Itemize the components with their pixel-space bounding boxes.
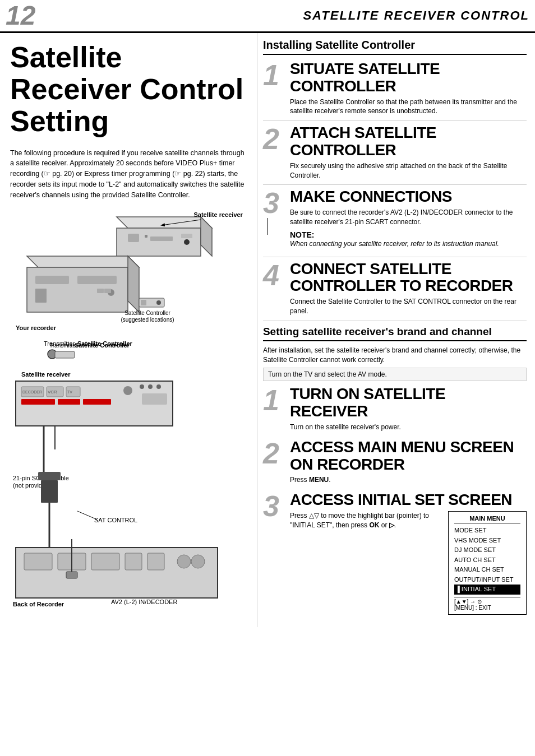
step-1-desc: Place the Satellite Controller so that t… — [290, 98, 527, 117]
step-2-desc: Fix securely using the adhesive strip at… — [290, 161, 527, 180]
setting-step-1: 1 TURN ON SATELLITE RECEIVER Turn on the… — [263, 386, 527, 435]
svg-text:SAT CONTROL: SAT CONTROL — [94, 517, 137, 523]
svg-point-60 — [177, 555, 191, 568]
svg-rect-36 — [21, 399, 55, 405]
svg-text:VCR: VCR — [48, 389, 57, 395]
setting-step-1-desc: Turn on the satellite receiver's power. — [290, 423, 527, 432]
svg-rect-4 — [145, 235, 147, 238]
step-1-title: SITUATE SATELLITE CONTROLLER — [290, 61, 527, 95]
svg-rect-49 — [41, 480, 58, 503]
bottom-diagram-svg: Transmitter Satellite Controller Satelli… — [10, 337, 229, 606]
svg-text:TV: TV — [67, 390, 72, 394]
page-header: 12 SATELLITE RECEIVER CONTROL — [0, 0, 535, 33]
step-3-content: MAKE CONNECTIONS Be sure to connect the … — [290, 188, 527, 252]
step-4-content: CONNECT SATELLITE CONTROLLER TO RECORDER… — [290, 261, 527, 316]
step-4-desc: Connect the Satellite Controller to the … — [290, 297, 527, 316]
menu-footer: [▲▼] → ⊙[MENU] : EXIT — [454, 597, 520, 611]
menu-item-2: VHS MODE SET — [454, 536, 520, 546]
step-1-content: SITUATE SATELLITE CONTROLLER Place the S… — [290, 61, 527, 116]
page-number: 12 — [6, 2, 35, 29]
menu-item-5: MANUAL CH SET — [454, 565, 520, 575]
menu-box: MAIN MENU MODE SET VHS MODE SET DJ MODE … — [448, 511, 527, 615]
setting-intro: After installation, set the satellite re… — [263, 346, 527, 365]
step-3-title: MAKE CONNECTIONS — [290, 188, 527, 206]
svg-rect-7 — [150, 236, 173, 241]
step-3-desc: Be sure to connect the recorder's AV2 (L… — [290, 208, 527, 227]
svg-text:Satellite receiver: Satellite receiver — [21, 371, 71, 378]
setting-step-2-title: ACCESS MAIN MENU SCREEN ON RECORDER — [290, 439, 527, 474]
note-title: NOTE: — [290, 230, 527, 239]
svg-text:Back of  Recorder: Back of Recorder — [13, 601, 64, 606]
satellite-controller-label: Satellite Controller — [77, 340, 132, 347]
main-title: Satellite Receiver Control Setting — [10, 41, 248, 138]
svg-rect-43 — [142, 393, 167, 405]
setting-section: Setting satellite receiver's brand and c… — [263, 326, 527, 618]
menu-item-4: AUTO CH SET — [454, 555, 520, 565]
svg-point-40 — [140, 384, 144, 389]
svg-line-52 — [77, 511, 97, 520]
left-column: Satellite Receiver Control Setting The f… — [0, 33, 257, 627]
svg-rect-3 — [128, 234, 139, 242]
svg-rect-13 — [77, 276, 117, 284]
svg-rect-5 — [181, 234, 192, 238]
svg-point-21 — [156, 300, 161, 305]
step-4-title: CONNECT SATELLITE CONTROLLER TO RECORDER — [290, 261, 527, 295]
setting-step-2: 2 ACCESS MAIN MENU SCREEN ON RECORDER Pr… — [263, 439, 527, 488]
diagram-area: Satellite receiver — [10, 211, 248, 608]
setting-step-3-title: ACCESS INITIAL SET SCREEN — [290, 491, 527, 509]
setting-step-3-number: 3 — [263, 491, 285, 615]
setting-step-3: 3 ACCESS INITIAL SET SCREEN Press △▽ to … — [263, 491, 527, 618]
setting-step-1-number: 1 — [263, 386, 285, 432]
step-4-installing: 4 CONNECT SATELLITE CONTROLLER TO RECORD… — [263, 261, 527, 321]
svg-rect-55 — [24, 553, 52, 570]
setting-heading: Setting satellite receiver's brand and c… — [263, 326, 527, 341]
main-content: Satellite Receiver Control Setting The f… — [0, 33, 535, 627]
svg-rect-16 — [97, 289, 104, 293]
svg-rect-38 — [83, 399, 111, 405]
svg-rect-57 — [91, 553, 119, 570]
svg-point-61 — [191, 555, 205, 568]
svg-marker-9 — [27, 256, 139, 267]
bottom-diagram: Transmitter Satellite Controller Transmi… — [10, 337, 248, 608]
right-column: Installing Satellite Controller 1 SITUAT… — [257, 33, 535, 627]
svg-point-41 — [148, 384, 153, 389]
svg-rect-25 — [55, 351, 75, 358]
svg-rect-58 — [125, 553, 142, 570]
svg-rect-17 — [104, 289, 111, 293]
svg-text:(suggested locations): (suggested locations) — [121, 317, 174, 323]
note-box: NOTE: When connecting your satellite rec… — [290, 230, 527, 249]
svg-rect-62 — [66, 572, 77, 578]
svg-point-6 — [184, 239, 190, 245]
svg-text:AV2 (L-2) IN/DECODER: AV2 (L-2) IN/DECODER — [111, 599, 177, 605]
menu-box-title: MAIN MENU — [454, 515, 520, 523]
satellite-receiver-label: Satellite receiver — [193, 211, 242, 235]
step-2-installing: 2 ATTACH SATELLITE CONTROLLER Fix secure… — [263, 124, 527, 185]
svg-text:Satellite Controller: Satellite Controller — [124, 310, 170, 316]
step-1-number: 1 — [263, 61, 285, 116]
svg-marker-11 — [128, 256, 139, 312]
menu-item-highlighted: ▐ INITIAL SET — [454, 585, 520, 595]
setting-step-1-title: TURN ON SATELLITE RECEIVER — [290, 386, 527, 420]
setting-step-2-desc: Press MENU. — [290, 475, 527, 485]
installing-heading: Installing Satellite Controller — [263, 39, 527, 55]
turn-on-box: Turn on the TV and select the AV mode. — [263, 368, 527, 381]
step-3-bottom: Press △▽ to move the highlight bar (poin… — [290, 511, 527, 615]
setting-step-1-content: TURN ON SATELLITE RECEIVER Turn on the s… — [290, 386, 527, 432]
step-2-number: 2 — [263, 124, 285, 180]
svg-rect-37 — [58, 399, 80, 405]
setting-step-3-content: ACCESS INITIAL SET SCREEN Press △▽ to mo… — [290, 491, 527, 615]
menu-item-1: MODE SET — [454, 526, 520, 536]
svg-text:Your recorder: Your recorder — [16, 324, 57, 331]
svg-point-42 — [156, 384, 161, 389]
svg-text:DECODER: DECODER — [22, 390, 42, 394]
step-2-content: ATTACH SATELLITE CONTROLLER Fix securely… — [290, 124, 527, 180]
setting-step-2-number: 2 — [263, 439, 285, 485]
page-title: SATELLITE RECEIVER CONTROL — [303, 8, 529, 23]
step-3-installing: 3 MAKE CONNECTIONS Be sure to connect th… — [263, 188, 527, 257]
turn-on-text: Turn on the TV and select the AV mode. — [268, 370, 387, 378]
intro-text: The following procedure is required if y… — [10, 148, 248, 201]
svg-point-39 — [123, 386, 132, 395]
svg-rect-20 — [141, 300, 146, 305]
step-1-installing: 1 SITUATE SATELLITE CONTROLLER Place the… — [263, 61, 527, 121]
note-text: When connecting your satellite receiver,… — [290, 239, 527, 249]
